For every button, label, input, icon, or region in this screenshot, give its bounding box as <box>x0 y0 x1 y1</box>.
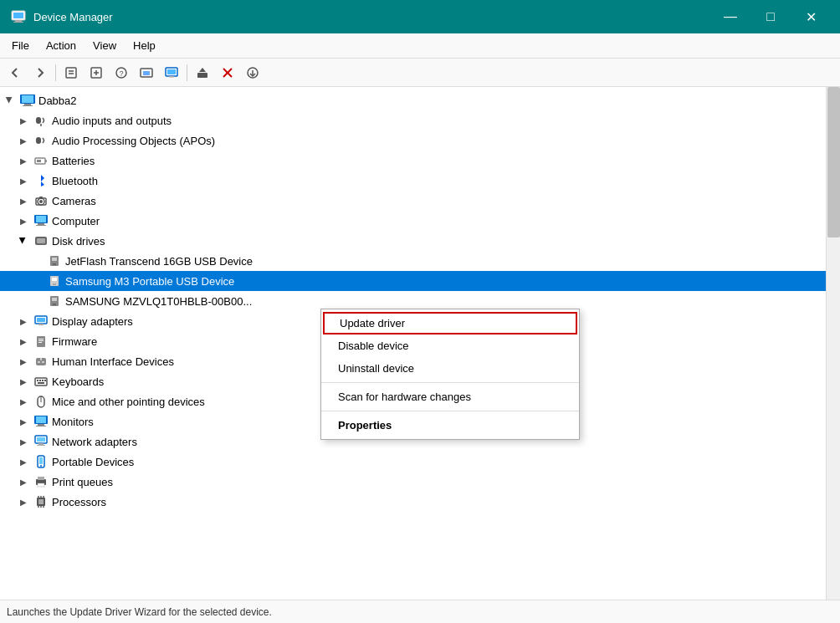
monitor-icon <box>33 414 49 429</box>
bluetooth-icon <box>33 173 49 188</box>
expand-arrow[interactable]: ▶ <box>17 114 30 127</box>
svg-marker-33 <box>38 175 44 186</box>
list-item[interactable]: ▶ Computer <box>0 211 840 231</box>
context-menu-sep-2 <box>321 411 579 411</box>
toolbar-sep-1 <box>55 64 56 81</box>
svg-rect-39 <box>36 216 46 222</box>
context-menu-scan[interactable]: Scan for hardware changes <box>321 386 579 408</box>
back-button[interactable] <box>3 62 27 84</box>
device-tree[interactable]: ▶ Dabba2 ▶ Audio inputs and outputs ▶ <box>0 87 840 600</box>
expand-arrow[interactable]: ▶ <box>17 134 30 147</box>
svg-rect-56 <box>38 324 44 325</box>
svg-rect-57 <box>37 336 45 347</box>
svg-rect-66 <box>37 380 38 381</box>
svg-rect-2 <box>15 20 22 22</box>
context-menu-update-driver[interactable]: Update driver <box>323 312 577 334</box>
svg-point-35 <box>39 200 43 203</box>
computer-icon <box>20 93 35 108</box>
expand-arrow[interactable]: ▶ <box>17 455 30 468</box>
expand-arrow[interactable]: ▶ <box>17 415 30 428</box>
computer-node-icon <box>33 213 49 228</box>
svg-rect-37 <box>39 197 43 199</box>
list-item[interactable]: ▶ Cameras <box>0 191 840 211</box>
hid-icon <box>33 354 49 369</box>
svg-rect-16 <box>169 76 174 78</box>
item-label: Cameras <box>52 195 96 207</box>
svg-point-83 <box>40 465 42 467</box>
svg-rect-64 <box>42 361 44 363</box>
network-icon <box>33 434 49 449</box>
expand-arrow[interactable]: ▶ <box>17 435 30 448</box>
firmware-icon <box>33 334 49 349</box>
portable-device-icon <box>33 454 49 469</box>
item-label: Portable Devices <box>52 456 134 468</box>
properties-button[interactable] <box>59 62 83 84</box>
list-item[interactable]: ▶ Processors <box>0 492 840 512</box>
svg-rect-74 <box>36 416 46 423</box>
item-label: Human Interface Devices <box>52 355 174 368</box>
expand-arrow[interactable]: ▶ <box>17 314 30 328</box>
maximize-button[interactable]: □ <box>751 3 790 30</box>
expand-arrow[interactable]: ▶ <box>17 214 30 227</box>
expand-arrow[interactable]: ▶ <box>17 355 30 368</box>
expand-arrow[interactable]: ▶ <box>17 334 30 348</box>
list-item[interactable]: ▶ Audio Processing Objects (APOs) <box>0 130 840 151</box>
list-item[interactable]: ▶ JetFlash Transcend 16GB USB Device <box>0 251 840 271</box>
help-button[interactable]: ? <box>110 62 133 84</box>
svg-marker-18 <box>199 68 206 72</box>
svg-rect-85 <box>38 477 44 480</box>
item-label: Samsung M3 Portable USB Device <box>65 275 234 288</box>
tree-root[interactable]: ▶ Dabba2 <box>0 90 840 110</box>
menu-view[interactable]: View <box>85 36 125 55</box>
audio-icon <box>33 113 49 128</box>
expand-arrow[interactable]: ▶ <box>17 395 30 408</box>
monitor-button[interactable] <box>160 62 183 84</box>
menu-help[interactable]: Help <box>125 36 164 55</box>
context-menu-disable[interactable]: Disable device <box>321 334 579 357</box>
download-button[interactable] <box>241 62 264 84</box>
item-label: Processors <box>52 496 106 508</box>
svg-rect-60 <box>38 342 42 343</box>
svg-rect-25 <box>24 104 31 105</box>
expand-arrow[interactable]: ▶ <box>17 154 30 167</box>
forward-button[interactable] <box>28 62 52 84</box>
item-label: Bluetooth <box>52 175 98 187</box>
list-item[interactable]: ▶ Audio inputs and outputs <box>0 110 840 130</box>
keyboard-icon <box>33 374 49 389</box>
list-item[interactable]: ▶ Portable Devices <box>0 452 840 472</box>
expand-arrow[interactable]: ▶ <box>17 174 30 187</box>
scrollbar[interactable] <box>826 87 840 600</box>
list-item[interactable]: ▶ Bluetooth <box>0 171 840 191</box>
item-label: Display adapters <box>52 315 133 328</box>
update-driver-button[interactable] <box>85 62 108 84</box>
expand-arrow[interactable]: ▶ <box>3 94 17 107</box>
menu-action[interactable]: Action <box>38 36 85 55</box>
expand-arrow[interactable]: ▶ <box>17 194 30 207</box>
expand-arrow[interactable]: ▶ <box>17 234 30 248</box>
scan-button[interactable] <box>135 62 158 84</box>
expand-arrow[interactable]: ▶ <box>17 375 30 388</box>
close-button[interactable]: ✕ <box>791 3 830 30</box>
add-driver-button[interactable] <box>191 62 214 84</box>
menu-file[interactable]: File <box>3 36 38 55</box>
svg-rect-15 <box>167 69 176 74</box>
svg-rect-29 <box>36 137 41 144</box>
item-label: Print queues <box>52 476 113 488</box>
scrollbar-thumb[interactable] <box>827 87 840 237</box>
svg-rect-63 <box>38 361 40 363</box>
svg-rect-26 <box>23 105 33 106</box>
list-item[interactable]: ▶ Disk drives <box>0 231 840 251</box>
context-menu-properties[interactable]: Properties <box>321 414 579 437</box>
list-item[interactable]: ▶ Print queues <box>0 472 840 492</box>
remove-button[interactable] <box>216 62 239 84</box>
svg-rect-65 <box>35 378 47 386</box>
minimize-button[interactable]: — <box>711 3 750 30</box>
status-text: Launches the Update Driver Wizard for th… <box>7 606 272 618</box>
context-menu-uninstall[interactable]: Uninstall device <box>321 357 579 380</box>
expand-arrow[interactable]: ▶ <box>17 495 30 508</box>
expand-arrow[interactable]: ▶ <box>17 475 30 488</box>
list-item[interactable]: ▶ Batteries <box>0 151 840 171</box>
svg-rect-43 <box>37 238 45 243</box>
selected-device[interactable]: ▶ Samsung M3 Portable USB Device <box>0 271 840 291</box>
svg-rect-1 <box>13 13 23 18</box>
